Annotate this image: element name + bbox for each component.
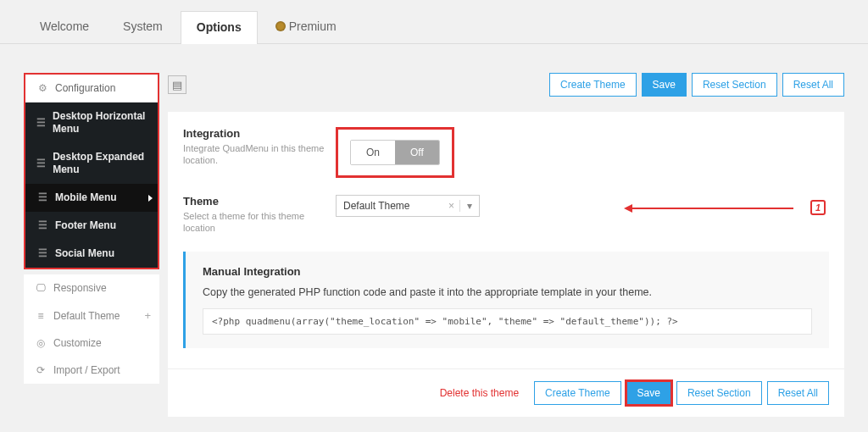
delete-theme-button[interactable]: Delete this theme bbox=[440, 387, 519, 399]
sidebar-item-label: Configuration bbox=[55, 82, 115, 94]
save-button-bottom[interactable]: Save bbox=[626, 381, 671, 405]
top-actions: ▤ Create Theme Save Reset Section Reset … bbox=[168, 73, 844, 97]
tab-premium[interactable]: Premium bbox=[259, 10, 353, 43]
reset-all-button-bottom[interactable]: Reset All bbox=[767, 381, 829, 405]
sidebar-item-label: Responsive bbox=[53, 282, 107, 294]
reset-section-button-bottom[interactable]: Reset Section bbox=[676, 381, 762, 405]
integration-toggle-highlight: On Off bbox=[336, 127, 454, 178]
sidebar-item-customize[interactable]: ◎ Customize bbox=[24, 330, 159, 357]
menu-icon: ☰ bbox=[36, 117, 46, 130]
create-theme-button-bottom[interactable]: Create Theme bbox=[534, 381, 620, 405]
tab-welcome[interactable]: Welcome bbox=[24, 10, 105, 43]
toggle-off[interactable]: Off bbox=[395, 141, 439, 164]
desktop-icon: 🖵 bbox=[35, 282, 47, 294]
sidebar-item-label: Customize bbox=[53, 337, 102, 349]
sidebar-item-label: Import / Export bbox=[53, 364, 120, 376]
settings-panel: Integration Integrate QuadMenu in this t… bbox=[168, 112, 844, 368]
save-button[interactable]: Save bbox=[642, 73, 687, 97]
tab-system[interactable]: System bbox=[107, 10, 179, 43]
reset-all-button[interactable]: Reset All bbox=[782, 73, 844, 97]
refresh-icon: ⟳ bbox=[35, 364, 47, 376]
integration-toggle[interactable]: On Off bbox=[350, 140, 440, 165]
reset-section-button[interactable]: Reset Section bbox=[692, 73, 777, 97]
manual-title: Manual Integration bbox=[203, 265, 812, 278]
theme-desc: Select a theme for this theme location bbox=[183, 210, 336, 235]
clear-icon[interactable]: × bbox=[448, 200, 454, 212]
menu-icon: ☰ bbox=[36, 158, 46, 170]
sidebar-item-label: Desktop Expanded Menu bbox=[53, 151, 149, 176]
sidebar-item-label: Mobile Menu bbox=[55, 191, 117, 204]
sidebar-item-responsive[interactable]: 🖵 Responsive bbox=[24, 274, 159, 302]
sidebar-item-mobile-menu[interactable]: ☰ Mobile Menu bbox=[25, 184, 158, 212]
collapse-icon[interactable]: ▤ bbox=[168, 75, 186, 94]
eye-icon: ◎ bbox=[35, 337, 47, 349]
premium-icon bbox=[275, 21, 286, 31]
menu-icon: ☰ bbox=[36, 247, 48, 260]
plus-icon: + bbox=[144, 309, 151, 322]
theme-select-value: Default Theme bbox=[343, 200, 448, 212]
sidebar-item-configuration[interactable]: ⚙ Configuration bbox=[25, 75, 158, 102]
sidebar-item-footer-menu[interactable]: ☰ Footer Menu bbox=[25, 212, 158, 240]
sidebar-item-default-theme[interactable]: ≡ Default Theme + bbox=[24, 302, 159, 330]
sidebar: ⚙ Configuration ☰ Desktop Horizontal Men… bbox=[24, 73, 159, 417]
sidebar-item-import-export[interactable]: ⟳ Import / Export bbox=[24, 357, 159, 384]
integration-desc: Integrate QuadMenu in this theme locatio… bbox=[183, 142, 336, 167]
manual-code[interactable]: <?php quadmenu(array("theme_location" =>… bbox=[203, 308, 812, 335]
gear-icon: ⚙ bbox=[36, 82, 48, 94]
list-icon: ≡ bbox=[35, 310, 47, 322]
tab-options[interactable]: Options bbox=[181, 11, 258, 44]
create-theme-button[interactable]: Create Theme bbox=[549, 73, 636, 97]
sidebar-item-label: Default Theme bbox=[53, 310, 120, 322]
sidebar-item-label: Footer Menu bbox=[55, 219, 116, 232]
manual-integration-box: Manual Integration Copy the generated PH… bbox=[183, 252, 829, 348]
toggle-on[interactable]: On bbox=[351, 141, 395, 164]
theme-title: Theme bbox=[183, 195, 336, 208]
sidebar-item-desktop-horizontal[interactable]: ☰ Desktop Horizontal Menu bbox=[25, 102, 158, 143]
sidebar-item-desktop-expanded[interactable]: ☰ Desktop Expanded Menu bbox=[25, 143, 158, 184]
bottom-actions: Delete this theme Create Theme Save Rese… bbox=[168, 368, 844, 417]
chevron-down-icon: ▾ bbox=[459, 200, 472, 212]
sidebar-item-label: Social Menu bbox=[55, 247, 114, 260]
content-area: ▤ Create Theme Save Reset Section Reset … bbox=[168, 73, 844, 417]
tab-premium-label: Premium bbox=[289, 19, 337, 33]
theme-select[interactable]: Default Theme × ▾ bbox=[336, 195, 480, 217]
sidebar-item-label: Desktop Horizontal Menu bbox=[53, 110, 149, 136]
top-tabs: Welcome System Options Premium bbox=[0, 10, 868, 44]
menu-icon: ☰ bbox=[36, 219, 48, 232]
manual-desc: Copy the generated PHP function code and… bbox=[203, 286, 812, 298]
menu-icon: ☰ bbox=[36, 191, 48, 204]
sidebar-item-social-menu[interactable]: ☰ Social Menu bbox=[25, 240, 158, 268]
integration-title: Integration bbox=[183, 127, 336, 140]
